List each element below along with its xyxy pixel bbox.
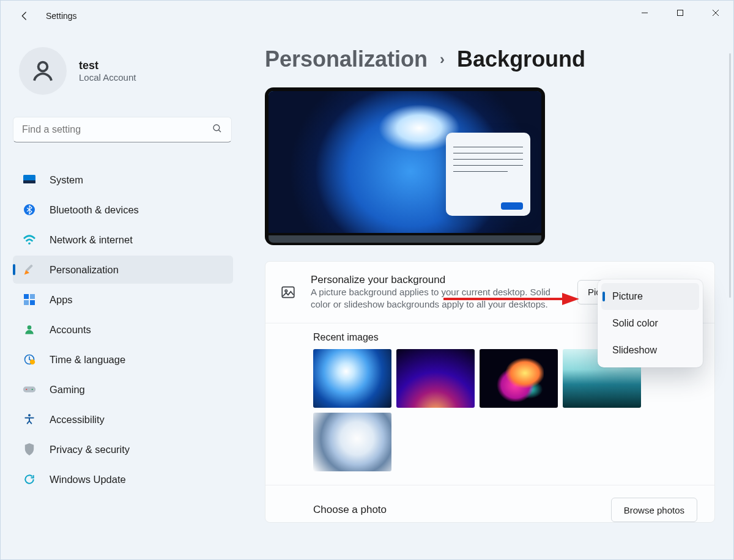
setting-heading: Personalize your background xyxy=(311,274,563,286)
sidebar-item-accessibility[interactable]: Accessibility xyxy=(13,405,233,433)
choose-photo-row: Choose a photo Browse photos xyxy=(265,485,714,522)
sidebar-item-apps[interactable]: Apps xyxy=(13,286,233,314)
recent-image-thumb[interactable] xyxy=(480,349,558,408)
sidebar-item-windows-update[interactable]: Windows Update xyxy=(13,465,233,493)
svg-point-18 xyxy=(30,359,35,364)
recent-image-thumb[interactable] xyxy=(313,349,391,408)
avatar xyxy=(19,47,67,95)
sidebar-item-label: Personalization xyxy=(50,264,119,276)
svg-point-21 xyxy=(32,389,33,390)
breadcrumb-current: Background xyxy=(457,47,585,72)
sidebar-item-label: Windows Update xyxy=(50,474,126,485)
bluetooth-icon xyxy=(23,203,36,216)
svg-line-6 xyxy=(218,130,221,132)
menu-option-slideshow[interactable]: Slideshow xyxy=(601,337,699,364)
time-language-icon xyxy=(23,353,36,366)
svg-rect-13 xyxy=(30,294,35,299)
sidebar-item-gaming[interactable]: Gaming xyxy=(13,375,233,403)
browse-photos-button[interactable]: Browse photos xyxy=(611,498,697,522)
background-type-menu: Picture Solid color Slideshow xyxy=(598,279,703,367)
svg-rect-14 xyxy=(24,300,29,305)
recent-image-thumb[interactable] xyxy=(313,413,391,471)
search-icon xyxy=(212,123,223,136)
svg-rect-12 xyxy=(24,294,29,299)
svg-point-20 xyxy=(26,389,27,390)
svg-point-24 xyxy=(285,290,287,292)
search-input[interactable] xyxy=(22,124,212,135)
sidebar-item-personalization[interactable]: Personalization xyxy=(13,256,233,284)
scrollbar[interactable] xyxy=(729,53,731,298)
svg-point-22 xyxy=(28,414,31,416)
svg-rect-23 xyxy=(282,287,294,297)
chevron-right-icon: › xyxy=(440,51,445,67)
svg-rect-11 xyxy=(26,264,33,271)
app-title: Settings xyxy=(46,11,77,21)
sidebar-item-privacy[interactable]: Privacy & security xyxy=(13,435,233,463)
sidebar-item-label: Accessibility xyxy=(50,414,105,426)
desktop-preview xyxy=(265,87,545,245)
account-name: test xyxy=(79,59,136,72)
sidebar-item-network[interactable]: Network & internet xyxy=(13,226,233,254)
svg-rect-15 xyxy=(30,300,35,305)
svg-rect-8 xyxy=(23,180,35,183)
sidebar-item-label: System xyxy=(50,174,83,186)
accounts-icon xyxy=(23,323,36,336)
account-block[interactable]: test Local Account xyxy=(13,47,233,95)
sidebar-item-label: Bluetooth & devices xyxy=(50,204,139,216)
choose-photo-label: Choose a photo xyxy=(313,504,387,516)
sidebar-item-accounts[interactable]: Accounts xyxy=(13,315,233,344)
breadcrumb: Personalization › Background xyxy=(265,47,716,72)
windows-update-icon xyxy=(23,473,36,486)
titlebar: Settings xyxy=(1,1,733,31)
sidebar-item-label: Gaming xyxy=(50,384,85,396)
gaming-icon xyxy=(23,383,36,396)
svg-point-4 xyxy=(39,62,48,72)
sidebar-item-label: Network & internet xyxy=(50,234,133,246)
accessibility-icon xyxy=(23,413,36,426)
svg-rect-19 xyxy=(23,386,35,392)
svg-rect-1 xyxy=(678,10,683,16)
picture-icon xyxy=(280,284,296,300)
sidebar-item-time-language[interactable]: Time & language xyxy=(13,345,233,374)
sidebar-item-label: Accounts xyxy=(50,324,91,336)
search-box[interactable] xyxy=(13,117,232,142)
menu-option-solid-color[interactable]: Solid color xyxy=(601,310,699,337)
system-icon xyxy=(23,173,36,186)
network-icon xyxy=(23,233,36,246)
menu-option-picture[interactable]: Picture xyxy=(601,283,699,310)
svg-point-16 xyxy=(28,325,32,330)
sidebar-item-label: Time & language xyxy=(50,354,125,366)
svg-point-10 xyxy=(28,243,31,245)
setting-description: A picture background applies to your cur… xyxy=(311,286,563,311)
account-type: Local Account xyxy=(79,72,136,83)
maximize-button[interactable] xyxy=(662,1,698,25)
privacy-icon xyxy=(23,443,36,456)
sidebar-item-bluetooth[interactable]: Bluetooth & devices xyxy=(13,196,233,224)
recent-image-thumb[interactable] xyxy=(396,349,475,408)
apps-icon xyxy=(23,293,36,306)
sidebar-nav: System Bluetooth & devices Network & int… xyxy=(13,166,233,493)
sidebar-item-label: Privacy & security xyxy=(50,444,130,455)
minimize-button[interactable] xyxy=(627,1,662,25)
sidebar-item-system[interactable]: System xyxy=(13,166,233,194)
sidebar-item-label: Apps xyxy=(50,294,73,306)
svg-point-5 xyxy=(213,125,220,131)
breadcrumb-parent[interactable]: Personalization xyxy=(265,47,428,72)
back-button[interactable] xyxy=(14,6,35,26)
close-button[interactable] xyxy=(698,1,733,25)
preview-dialog-overlay xyxy=(446,133,530,216)
personalization-icon xyxy=(23,263,36,276)
